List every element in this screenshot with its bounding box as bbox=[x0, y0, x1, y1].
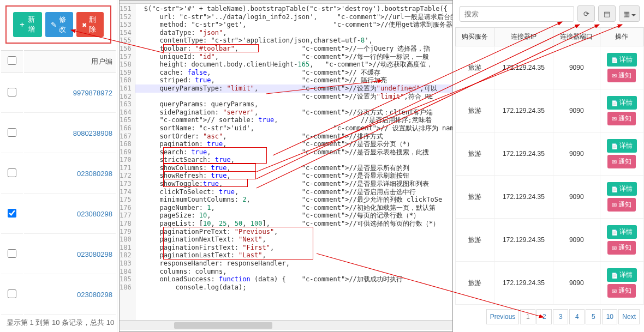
service-cell: 旅游 bbox=[456, 89, 494, 132]
service-cell: 旅游 bbox=[456, 219, 494, 262]
delete-button[interactable]: 删除 bbox=[76, 12, 104, 37]
detail-button[interactable]: 详情 bbox=[607, 182, 637, 196]
mail-icon bbox=[612, 115, 617, 123]
notify-button[interactable]: 通知 bbox=[607, 69, 636, 82]
edit-button[interactable]: 修改 bbox=[45, 12, 73, 37]
checkbox-header[interactable] bbox=[1, 50, 23, 73]
row-checkbox[interactable] bbox=[8, 128, 16, 137]
notify-button[interactable]: 通知 bbox=[607, 241, 636, 255]
row-checkbox[interactable] bbox=[8, 289, 16, 298]
service-cell: 旅游 bbox=[456, 132, 494, 176]
notify-button[interactable]: 通知 bbox=[607, 198, 636, 212]
ip-cell: 172.129.24.35 bbox=[494, 262, 553, 305]
service-cell: 旅游 bbox=[456, 46, 494, 89]
line-gutter: 1511521531541551561571581591601611621631… bbox=[120, 4, 135, 320]
detail-button[interactable]: 详情 bbox=[607, 268, 637, 282]
user-id-cell[interactable]: 9979878972 bbox=[24, 74, 116, 113]
row-checkbox[interactable] bbox=[8, 168, 16, 177]
toolbar: 新增 修改 删除 bbox=[5, 5, 111, 44]
table-row[interactable]: 023080298 bbox=[1, 235, 116, 274]
page-button[interactable]: 10 bbox=[602, 309, 617, 324]
mail-icon bbox=[612, 158, 617, 166]
pencil-icon bbox=[51, 21, 57, 29]
table-row[interactable]: 旅游 172.129.24.35 9090 详情 通知 bbox=[456, 176, 644, 219]
port-cell: 9090 bbox=[553, 46, 600, 89]
footer-info: 显示第 1 到第 10 条记录，总共 10 bbox=[7, 318, 114, 328]
ip-cell: 172.129.24.35 bbox=[494, 46, 553, 89]
user-id-cell[interactable]: 023080298 bbox=[24, 154, 116, 194]
user-id-cell[interactable]: 8080238908 bbox=[24, 114, 116, 153]
user-id-cell[interactable]: 023080298 bbox=[24, 195, 116, 234]
detail-button[interactable]: 详情 bbox=[607, 225, 637, 239]
page-button[interactable]: 3 bbox=[553, 309, 568, 324]
copy-icon bbox=[611, 56, 618, 64]
detail-button[interactable]: 详情 bbox=[607, 139, 637, 153]
table-row[interactable]: 8080238908 bbox=[1, 114, 116, 153]
col-ops[interactable]: 操作 bbox=[600, 28, 643, 46]
detail-button[interactable]: 详情 bbox=[607, 53, 637, 67]
horizontal-scrollbar[interactable] bbox=[120, 320, 452, 330]
col-service[interactable]: 购买服务 bbox=[456, 28, 494, 46]
ops-cell: 详情 通知 bbox=[600, 262, 643, 305]
search-input[interactable] bbox=[460, 6, 574, 22]
row-checkbox[interactable] bbox=[8, 88, 16, 96]
add-button[interactable]: 新增 bbox=[13, 12, 42, 37]
code-editor[interactable]: 1511521531541551561571581591601611621631… bbox=[119, 0, 453, 332]
right-table: 购买服务 连接器IP 连接器端口 操作 旅游 172.129.24.35 909… bbox=[455, 27, 644, 305]
col-ip[interactable]: 连接器IP bbox=[494, 28, 553, 46]
table-row[interactable]: 旅游 172.129.24.35 9090 详情 通知 bbox=[456, 132, 644, 176]
page-button[interactable]: 4 bbox=[569, 309, 585, 324]
table-row[interactable]: 旅游 172.129.24.35 9090 详情 通知 bbox=[456, 219, 644, 262]
copy-icon bbox=[611, 271, 618, 279]
user-header[interactable]: 用户编 bbox=[24, 50, 116, 73]
ops-cell: 详情 通知 bbox=[600, 46, 643, 89]
row-checkbox[interactable] bbox=[8, 209, 16, 218]
page-button[interactable]: 1 bbox=[520, 309, 535, 324]
chevron-down-icon bbox=[630, 10, 636, 18]
port-cell: 9090 bbox=[553, 89, 600, 132]
detail-button[interactable]: 详情 bbox=[607, 96, 637, 110]
highlight-showtoggle bbox=[163, 179, 248, 187]
table-row[interactable]: 旅游 172.129.24.35 9090 详情 通知 bbox=[456, 46, 644, 89]
notify-button[interactable]: 通知 bbox=[607, 284, 636, 298]
refresh-button[interactable]: ⟳ bbox=[577, 5, 595, 22]
port-cell: 9090 bbox=[553, 176, 600, 219]
right-toolbar: ⟳ ▤ ▦ bbox=[455, 0, 644, 27]
copy-icon bbox=[611, 99, 618, 107]
plus-icon bbox=[19, 20, 26, 29]
copy-icon bbox=[611, 228, 618, 236]
service-cell: 旅游 bbox=[456, 176, 494, 219]
row-checkbox[interactable] bbox=[8, 249, 16, 258]
page-button[interactable]: 5 bbox=[586, 309, 601, 324]
notify-button[interactable]: 通知 bbox=[607, 112, 636, 125]
ops-cell: 详情 通知 bbox=[600, 89, 643, 132]
mail-icon bbox=[612, 287, 617, 295]
table-row[interactable]: 023080298 bbox=[1, 275, 116, 315]
table-row[interactable]: 9979878972 bbox=[1, 74, 116, 113]
page-button[interactable]: Previous bbox=[486, 309, 520, 324]
columns-button[interactable]: ▦ bbox=[619, 5, 640, 22]
user-id-cell[interactable]: 023080298 bbox=[24, 275, 116, 315]
port-cell: 9090 bbox=[553, 132, 600, 176]
user-id-cell[interactable]: 023080298 bbox=[24, 235, 116, 274]
table-row[interactable]: 023080298 bbox=[1, 154, 116, 194]
cross-icon bbox=[82, 21, 87, 29]
highlight-showrefresh bbox=[163, 171, 256, 179]
col-port[interactable]: 连接器端口 bbox=[553, 28, 600, 46]
ops-cell: 详情 通知 bbox=[600, 219, 643, 262]
toggle-button[interactable]: ▤ bbox=[598, 5, 616, 22]
page-button[interactable]: Next bbox=[618, 309, 640, 324]
table-row[interactable]: 旅游 172.129.24.35 9090 详情 通知 bbox=[456, 89, 644, 132]
copy-icon bbox=[611, 142, 618, 150]
mail-icon bbox=[612, 72, 617, 80]
highlight-search bbox=[163, 147, 267, 164]
ops-cell: 详情 通知 bbox=[600, 176, 643, 219]
table-row[interactable]: 旅游 172.129.24.35 9090 详情 通知 bbox=[456, 262, 644, 305]
refresh-icon: ⟳ bbox=[583, 10, 589, 18]
table-row[interactable]: 023080298 bbox=[1, 195, 116, 234]
page-button[interactable]: 2 bbox=[536, 309, 552, 324]
grid-icon: ▦ bbox=[623, 10, 630, 18]
notify-button[interactable]: 通知 bbox=[607, 155, 636, 168]
ip-cell: 172.129.24.35 bbox=[494, 219, 553, 262]
mail-icon bbox=[612, 244, 617, 252]
